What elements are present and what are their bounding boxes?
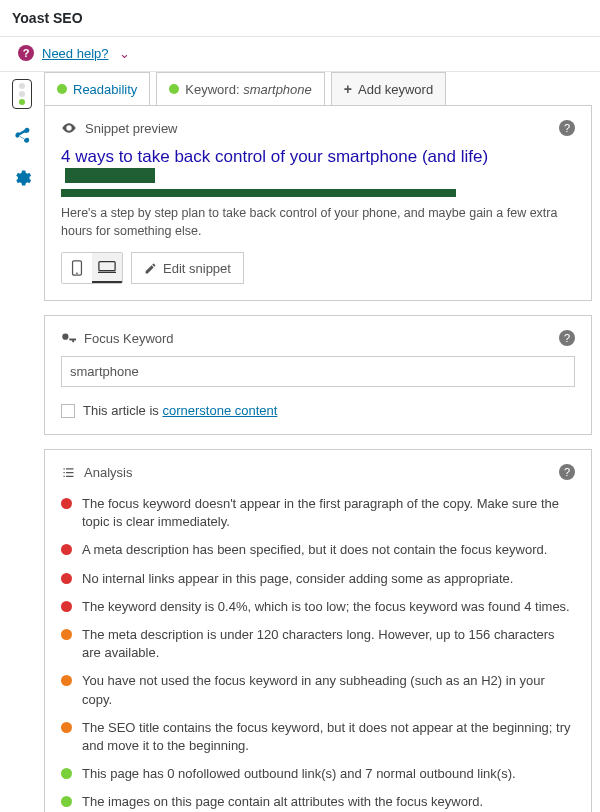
cornerstone-text: This article is cornerstone content	[83, 403, 277, 418]
analysis-list: The focus keyword doesn't appear in the …	[61, 490, 575, 812]
redacted-block	[65, 168, 155, 183]
analysis-item: This page has 0 nofollowed outbound link…	[61, 760, 575, 788]
seo-score-tab[interactable]	[8, 80, 36, 108]
svg-rect-2	[99, 262, 115, 271]
analysis-item: The focus keyword doesn't appear in the …	[61, 490, 575, 536]
analysis-item-text: The images on this page contain alt attr…	[82, 793, 483, 811]
analysis-item: A meta description has been specified, b…	[61, 536, 575, 564]
edit-snippet-label: Edit snippet	[163, 261, 231, 276]
analysis-card: Analysis ? The focus keyword doesn't app…	[44, 449, 592, 812]
tab-keyword[interactable]: Keyword: smartphone	[156, 72, 324, 105]
focus-keyword-input[interactable]	[61, 356, 575, 387]
analysis-item: The SEO title contains the focus keyword…	[61, 714, 575, 760]
status-bullet-icon	[61, 498, 72, 509]
status-bullet-icon	[61, 768, 72, 779]
edit-snippet-button[interactable]: Edit snippet	[131, 252, 244, 284]
analysis-item-text: The keyword density is 0.4%, which is to…	[82, 598, 570, 616]
help-icon[interactable]: ?	[559, 330, 575, 346]
snippet-title: 4 ways to take back control of your smar…	[61, 147, 488, 166]
svg-point-1	[76, 273, 78, 275]
help-badge-icon: ?	[18, 45, 34, 61]
status-bullet-icon	[61, 796, 72, 807]
key-icon	[61, 331, 76, 346]
chevron-down-icon[interactable]: ⌄	[119, 46, 130, 61]
focus-keyword-card: Focus Keyword ? This article is cornerst…	[44, 315, 592, 435]
analysis-heading: Analysis	[84, 465, 132, 480]
pencil-icon	[144, 262, 157, 275]
analysis-item-text: The focus keyword doesn't appear in the …	[82, 495, 575, 531]
need-help-link[interactable]: Need help?	[42, 46, 109, 61]
social-tab[interactable]	[8, 122, 36, 150]
help-icon[interactable]: ?	[559, 464, 575, 480]
analysis-item: The meta description is under 120 charac…	[61, 621, 575, 667]
status-dot-icon	[169, 84, 179, 94]
share-icon	[12, 126, 32, 146]
analysis-item-text: The SEO title contains the focus keyword…	[82, 719, 575, 755]
analysis-item: You have not used the focus keyword in a…	[61, 667, 575, 713]
advanced-tab[interactable]	[8, 164, 36, 192]
mobile-icon	[71, 260, 83, 276]
list-icon	[61, 465, 76, 480]
analysis-item-text: The meta description is under 120 charac…	[82, 626, 575, 662]
help-row: ? Need help? ⌄	[0, 37, 600, 72]
analysis-item-text: This page has 0 nofollowed outbound link…	[82, 765, 516, 783]
focus-keyword-heading: Focus Keyword	[84, 331, 174, 346]
analysis-item: The images on this page contain alt attr…	[61, 788, 575, 812]
tab-keyword-label: Keyword: smartphone	[185, 82, 311, 97]
status-bullet-icon	[61, 722, 72, 733]
redacted-block	[61, 189, 456, 197]
analysis-item: No internal links appear in this page, c…	[61, 565, 575, 593]
cornerstone-link[interactable]: cornerstone content	[162, 403, 277, 418]
status-bullet-icon	[61, 544, 72, 555]
mobile-preview-button[interactable]	[62, 253, 92, 283]
desktop-icon	[98, 260, 116, 274]
snippet-description: Here's a step by step plan to take back …	[61, 205, 575, 240]
analysis-item: The keyword density is 0.4%, which is to…	[61, 593, 575, 621]
snippet-title-row: 4 ways to take back control of your smar…	[61, 146, 575, 197]
tab-add-keyword[interactable]: + Add keyword	[331, 72, 446, 105]
tab-add-keyword-label: Add keyword	[358, 82, 433, 97]
status-bullet-icon	[61, 573, 72, 584]
tab-readability-label: Readability	[73, 82, 137, 97]
status-bullet-icon	[61, 601, 72, 612]
snippet-preview-card: Snippet preview ? 4 ways to take back co…	[44, 105, 592, 301]
cornerstone-row: This article is cornerstone content	[61, 403, 575, 418]
snippet-heading: Snippet preview	[85, 121, 178, 136]
gear-icon	[12, 168, 32, 188]
tab-readability[interactable]: Readability	[44, 72, 150, 105]
analysis-item-text: You have not used the focus keyword in a…	[82, 672, 575, 708]
analysis-item-text: No internal links appear in this page, c…	[82, 570, 513, 588]
plus-icon: +	[344, 81, 352, 97]
cornerstone-checkbox[interactable]	[61, 404, 75, 418]
side-tabs	[0, 72, 44, 812]
traffic-light-icon	[12, 79, 32, 109]
eye-icon	[61, 120, 77, 136]
content-tabs: Readability Keyword: smartphone + Add ke…	[44, 72, 592, 105]
panel-title: Yoast SEO	[0, 0, 600, 37]
analysis-item-text: A meta description has been specified, b…	[82, 541, 547, 559]
status-bullet-icon	[61, 629, 72, 640]
status-dot-icon	[57, 84, 67, 94]
preview-device-toggle	[61, 252, 123, 284]
help-icon[interactable]: ?	[559, 120, 575, 136]
desktop-preview-button[interactable]	[92, 253, 122, 283]
status-bullet-icon	[61, 675, 72, 686]
